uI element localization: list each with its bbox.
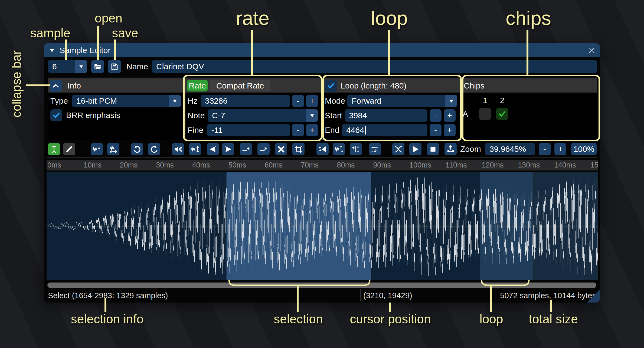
ruler-label: 40ms	[192, 161, 210, 169]
sample-number-select[interactable]: 6	[48, 60, 87, 73]
chevron-down-icon[interactable]	[169, 95, 181, 107]
annotation-total-size: total size	[529, 312, 578, 326]
annotation-loop-bottom: loop	[480, 312, 503, 326]
stop-preview-button[interactable]	[427, 143, 439, 155]
amplify-button[interactable]	[172, 143, 184, 155]
loop-start-increment-button[interactable]: +	[444, 109, 456, 122]
crossfade-button[interactable]	[392, 143, 404, 155]
invert-button[interactable]	[333, 143, 345, 155]
open-folder-icon	[94, 63, 102, 71]
undo-button[interactable]	[131, 143, 143, 155]
waveform-scrollbar[interactable]	[47, 283, 596, 288]
waveform-canvas[interactable]	[47, 172, 598, 280]
apply-filter-button[interactable]	[369, 143, 381, 155]
waveform-view	[47, 172, 598, 280]
insert-silence-button[interactable]	[240, 143, 252, 155]
zoom-input[interactable]: 39.9645%	[485, 143, 535, 155]
loop-end-decrement-button[interactable]: -	[430, 124, 442, 136]
chip-2-checkbox[interactable]	[496, 108, 508, 120]
tab-compat-rate[interactable]: Compat Rate	[210, 80, 270, 91]
hz-label: Hz	[188, 95, 198, 107]
name-input[interactable]: Clarinet DQV	[152, 60, 597, 73]
annotation-save: save	[112, 26, 138, 40]
loop-start-decrement-button[interactable]: -	[430, 109, 442, 122]
fine-increment-button[interactable]: +	[306, 124, 318, 136]
hz-input[interactable]: 33286	[201, 95, 290, 107]
loop-start-input[interactable]: 3984	[345, 109, 427, 122]
loop-enable-checkbox[interactable]	[325, 80, 337, 92]
hz-increment-button[interactable]: +	[306, 95, 318, 107]
brr-emphasis-checkbox[interactable]	[50, 109, 62, 121]
status-cursor-text: (3210, 19429)	[363, 290, 412, 301]
note-select[interactable]: C-7	[208, 109, 318, 122]
chevron-up-icon	[52, 82, 60, 90]
sign-invert-button[interactable]	[350, 143, 362, 155]
annotation-rate: rate	[236, 7, 269, 29]
text-cursor	[365, 126, 366, 134]
save-button[interactable]	[108, 60, 121, 73]
name-label: Name	[126, 60, 148, 73]
draw-tool-button[interactable]	[63, 143, 75, 155]
resize-button[interactable]	[91, 143, 103, 155]
zoom-out-button[interactable]: -	[539, 143, 551, 155]
ruler-label: 30ms	[156, 161, 174, 169]
window-collapse-icon[interactable]	[49, 47, 55, 54]
loop-end-increment-button[interactable]: +	[444, 124, 456, 136]
ruler-label: 70ms	[301, 161, 319, 169]
close-icon[interactable]	[587, 46, 596, 55]
zoom-in-button[interactable]: +	[554, 143, 566, 155]
annotation-selection-info: selection info	[71, 312, 144, 326]
open-button[interactable]	[91, 60, 104, 73]
loop-mode-select[interactable]: Forward	[347, 95, 457, 107]
fade-out-button[interactable]	[222, 143, 234, 155]
zoom-reset-button[interactable]: 100%	[571, 143, 597, 155]
hz-decrement-button[interactable]: -	[292, 95, 304, 107]
chips-row-a-label: A	[463, 108, 468, 120]
info-panel-title: Info	[67, 79, 81, 93]
resize-grip[interactable]	[587, 290, 600, 303]
brr-emphasis-label: BRR emphasis	[66, 109, 120, 121]
status-size-text: 5072 samples, 10144 bytes	[500, 290, 596, 301]
sample-number-value: 6	[52, 62, 57, 71]
ruler-label: 120ms	[482, 161, 504, 169]
apply-silence-button[interactable]	[257, 143, 270, 155]
check-icon	[52, 111, 60, 119]
chevron-down-icon[interactable]	[445, 95, 457, 107]
divider	[47, 157, 597, 158]
preview-button[interactable]	[409, 143, 421, 155]
reverse-button[interactable]	[316, 143, 329, 155]
ruler-label: 80ms	[337, 161, 355, 169]
loop-end-input[interactable]: 4464	[342, 124, 427, 136]
fade-in-button[interactable]	[207, 143, 219, 155]
annotation-chips: chips	[506, 7, 551, 29]
loop-end-label: End	[325, 124, 339, 136]
type-select[interactable]: 16-bit PCM	[72, 95, 181, 107]
create-instrument-button[interactable]	[444, 143, 457, 155]
loop-panel-title: Loop (length: 480)	[341, 79, 407, 93]
annotation-selection: selection	[274, 312, 323, 326]
fine-decrement-button[interactable]: -	[292, 124, 304, 136]
chip-1-checkbox[interactable]	[479, 108, 491, 120]
type-label: Type	[50, 95, 68, 107]
resample-button[interactable]	[107, 143, 119, 155]
zoom-label: Zoom	[460, 143, 481, 155]
tab-rate[interactable]: Rate	[187, 80, 208, 91]
annotation-cursor-position: cursor position	[350, 312, 431, 326]
collapse-bar-button[interactable]	[50, 80, 62, 92]
delete-button[interactable]	[275, 143, 287, 155]
ruler-label: 50ms	[228, 161, 246, 169]
window-title: Sample Editor	[60, 46, 110, 55]
timeline-ruler[interactable]: 0ms10ms20ms30ms40ms50ms60ms70ms80ms90ms1…	[47, 160, 598, 170]
note-label: Note	[188, 109, 205, 122]
redo-button[interactable]	[148, 143, 160, 155]
select-tool-button[interactable]	[48, 143, 60, 155]
chips-column-2-label: 2	[500, 95, 505, 106]
fine-input[interactable]: -11	[207, 124, 290, 136]
window-titlebar[interactable]: Sample Editor	[44, 43, 600, 57]
chips-panel: Chips 1 2 A	[460, 78, 597, 140]
normalize-button[interactable]	[189, 143, 201, 155]
trim-button[interactable]	[292, 143, 305, 155]
chevron-down-icon[interactable]	[75, 60, 87, 73]
chevron-down-icon[interactable]	[306, 109, 318, 122]
check-icon	[498, 110, 506, 118]
